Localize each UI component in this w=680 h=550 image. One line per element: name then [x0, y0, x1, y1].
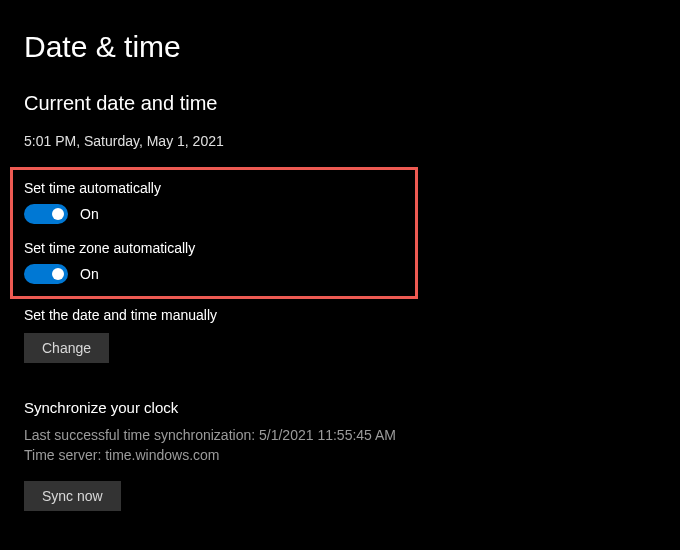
set-time-auto-state: On: [80, 206, 99, 222]
page-title: Date & time: [24, 30, 656, 64]
set-zone-auto-group: Set time zone automatically On: [24, 240, 404, 284]
auto-settings-highlight: Set time automatically On Set time zone …: [10, 167, 418, 299]
sync-section: Synchronize your clock Last successful t…: [24, 399, 656, 511]
last-sync-info: Last successful time synchronization: 5/…: [24, 426, 656, 446]
sync-now-button[interactable]: Sync now: [24, 481, 121, 511]
set-time-auto-toggle[interactable]: [24, 204, 68, 224]
toggle-knob-icon: [52, 208, 64, 220]
sync-heading: Synchronize your clock: [24, 399, 656, 416]
time-server-info: Time server: time.windows.com: [24, 446, 656, 466]
set-zone-auto-label: Set time zone automatically: [24, 240, 404, 256]
set-time-auto-group: Set time automatically On: [24, 180, 404, 224]
set-time-auto-label: Set time automatically: [24, 180, 404, 196]
toggle-knob-icon: [52, 268, 64, 280]
change-button[interactable]: Change: [24, 333, 109, 363]
set-zone-auto-toggle[interactable]: [24, 264, 68, 284]
current-datetime-value: 5:01 PM, Saturday, May 1, 2021: [24, 133, 656, 149]
set-zone-auto-state: On: [80, 266, 99, 282]
set-manual-label: Set the date and time manually: [24, 307, 656, 323]
current-datetime-heading: Current date and time: [24, 92, 656, 115]
